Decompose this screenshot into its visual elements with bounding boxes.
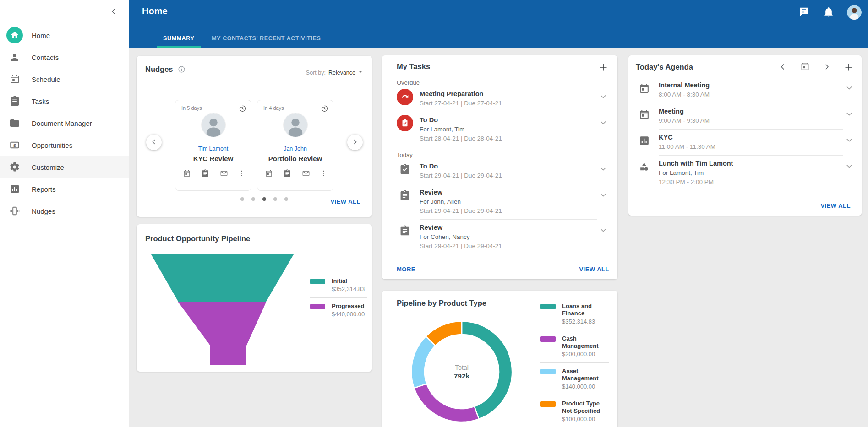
expand-chevron-button[interactable] (597, 117, 609, 129)
item-for: For Cohen, Nancy (420, 233, 597, 240)
chevron-left-icon (150, 138, 158, 147)
svg-text:$: $ (13, 143, 16, 148)
expand-chevron-button[interactable] (843, 82, 855, 94)
contact-name-link[interactable]: Tim Lamont (175, 146, 251, 152)
agenda-calendar-button[interactable] (799, 62, 810, 73)
sort-by-dropdown[interactable]: Sort by: Relevance (306, 68, 365, 77)
shapes-icon (636, 158, 652, 175)
legend-value: $200,000.00 (562, 351, 609, 358)
sidebar-item-nudges[interactable]: Nudges (0, 200, 129, 222)
list-item[interactable]: Lunch with Tim Lamont For Lamont, Tim 12… (636, 156, 855, 190)
history-icon (238, 104, 246, 114)
more-options-button[interactable] (237, 169, 246, 179)
tab-summary[interactable]: SUMMARY (157, 30, 201, 48)
review-gray-icon (399, 225, 411, 237)
contact-avatar (283, 113, 308, 137)
tab-my-contacts-recent-activities[interactable]: MY CONTACTS' RECENT ACTIVITIES (205, 30, 327, 48)
funnel-legend: Initial $352,314.83 Progressed $440,000.… (310, 277, 367, 318)
carousel-next-button[interactable] (347, 135, 363, 150)
expand-chevron-button[interactable] (843, 160, 855, 172)
carousel-dot[interactable] (273, 197, 277, 201)
schedule-action-button[interactable] (182, 169, 192, 179)
home-icon (6, 27, 23, 43)
task-action-button[interactable] (282, 169, 292, 179)
agenda-list: Internal Meeting 8:00 AM - 8:30 AM Meeti… (636, 77, 855, 190)
calendar-icon (800, 66, 810, 73)
carousel-dot[interactable] (240, 197, 244, 201)
list-item[interactable]: Review For John, Allen Start 29-04-21 | … (397, 184, 609, 220)
expand-chevron-button[interactable] (843, 134, 855, 146)
chat-button[interactable] (797, 6, 810, 19)
chevron-down-icon (599, 190, 608, 200)
expand-chevron-button[interactable] (597, 224, 609, 236)
user-avatar[interactable] (847, 5, 862, 20)
carousel-prev-button[interactable] (146, 135, 162, 150)
redo-red-icon (400, 92, 410, 102)
item-for: For Lamont, Tim (420, 126, 597, 133)
item-dates: Start 29-04-21 | Due 29-04-21 (420, 243, 597, 249)
carousel-dot[interactable] (284, 197, 288, 201)
list-item[interactable]: Review For Cohen, Nancy Start 29-04-21 |… (397, 220, 609, 254)
chevron-down-icon (845, 83, 854, 92)
nudge-card[interactable]: In 5 days Tim Lamont KYC Review (175, 100, 251, 191)
schedule-action-button[interactable] (264, 169, 274, 179)
more-options-button[interactable] (319, 169, 328, 179)
tasks-more-link[interactable]: MORE (397, 266, 415, 273)
sidebar-item-tasks[interactable]: Tasks (0, 90, 129, 112)
item-dates: Start 27-04-21 | Due 27-04-21 (420, 100, 597, 107)
calendar-icon (9, 74, 20, 85)
expand-chevron-button[interactable] (597, 189, 609, 201)
legend-item: Cash Management $200,000.00 (540, 335, 609, 358)
donut-segment-asset-management (411, 336, 435, 388)
contact-avatar (201, 113, 226, 137)
carousel-dot[interactable] (251, 197, 255, 201)
sidebar-item-label: Nudges (32, 207, 55, 215)
pipeline-funnel-card: Product Opportunity Pipeline Initial $35… (137, 224, 372, 372)
email-action-button[interactable] (301, 169, 311, 179)
carousel-dot[interactable] (262, 197, 266, 201)
sidebar-item-document-manager[interactable]: Document Manager (0, 112, 129, 134)
vibration-icon (6, 203, 23, 219)
expand-chevron-button[interactable] (597, 91, 609, 103)
task-action-button[interactable] (200, 169, 210, 179)
top-header: Home SUMMARYMY CONTACTS' RECENT ACTIVITI… (129, 0, 868, 48)
email-action-button[interactable] (219, 169, 229, 179)
sidebar-item-home[interactable]: Home (0, 24, 129, 46)
sidebar-item-schedule[interactable]: Schedule (0, 68, 129, 90)
sidebar-item-contacts[interactable]: Contacts (0, 46, 129, 68)
legend-swatch (540, 369, 556, 374)
history-icon (320, 104, 328, 114)
notifications-button[interactable] (822, 6, 835, 19)
donut-legend: Loans and Finance $352,314.83 Cash Manag… (540, 303, 609, 423)
item-dates: 11:00 AM - 11:30 AM (659, 143, 843, 150)
add-event-button[interactable] (843, 62, 854, 73)
nudges-view-all-link[interactable]: VIEW ALL (330, 198, 360, 205)
sidebar-item-label: Tasks (32, 97, 49, 105)
sidebar-collapse-button[interactable] (108, 6, 120, 18)
nudge-card[interactable]: In 4 days Jan John Portfolio Review (257, 100, 333, 191)
chevron-down-icon (845, 162, 854, 171)
sidebar-item-reports[interactable]: Reports (0, 178, 129, 200)
list-item[interactable]: To Do For Lamont, Tim Start 28-04-21 | D… (397, 112, 609, 147)
contact-name-link[interactable]: Jan John (257, 146, 333, 152)
add-task-button[interactable] (597, 62, 609, 74)
expand-chevron-button[interactable] (597, 163, 609, 175)
bar-chart-icon (639, 135, 650, 146)
tasks-card-title: My Tasks (397, 62, 430, 71)
legend-swatch (540, 336, 556, 342)
sidebar-item-customize[interactable]: Customize (0, 156, 129, 178)
agenda-next-day-button[interactable] (821, 62, 832, 73)
agenda-view-all-link[interactable]: VIEW ALL (820, 202, 851, 209)
list-item[interactable]: KYC 11:00 AM - 11:30 AM (636, 130, 855, 156)
item-title: Lunch with Tim Lamont (659, 160, 843, 167)
list-item[interactable]: Meeting Preparation Start 27-04-21 | Due… (397, 86, 609, 112)
expand-chevron-button[interactable] (843, 108, 855, 120)
sidebar-item-label: Home (32, 32, 50, 39)
list-item[interactable]: Meeting 9:00 AM - 9:30 AM (636, 103, 855, 130)
sidebar-item-opportunities[interactable]: $Opportunities (0, 134, 129, 156)
list-item[interactable]: To Do Start 29-04-21 | Due 29-04-21 (397, 158, 609, 184)
agenda-prev-day-button[interactable] (777, 62, 788, 73)
info-button[interactable] (178, 65, 186, 74)
list-item[interactable]: Internal Meeting 8:00 AM - 8:30 AM (636, 77, 855, 103)
tasks-view-all-link[interactable]: VIEW ALL (579, 266, 609, 273)
